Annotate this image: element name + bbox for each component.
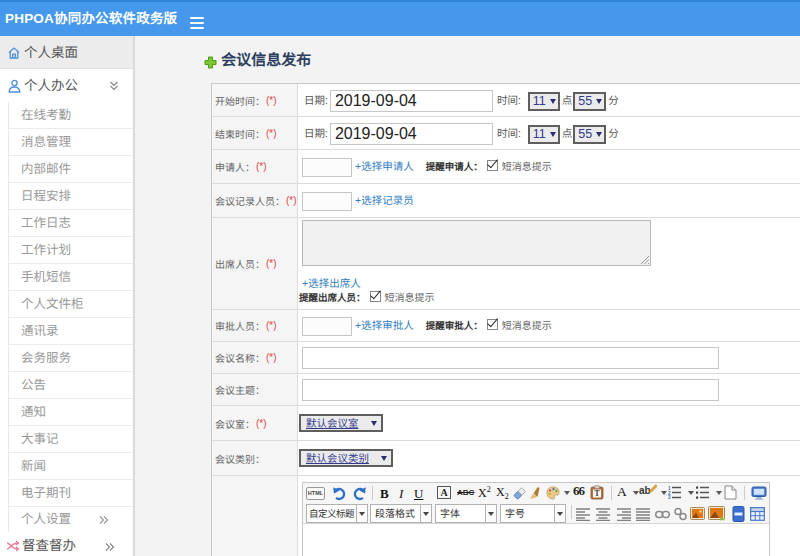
svg-text:T: T [594,489,599,498]
svg-text:3: 3 [668,495,671,499]
